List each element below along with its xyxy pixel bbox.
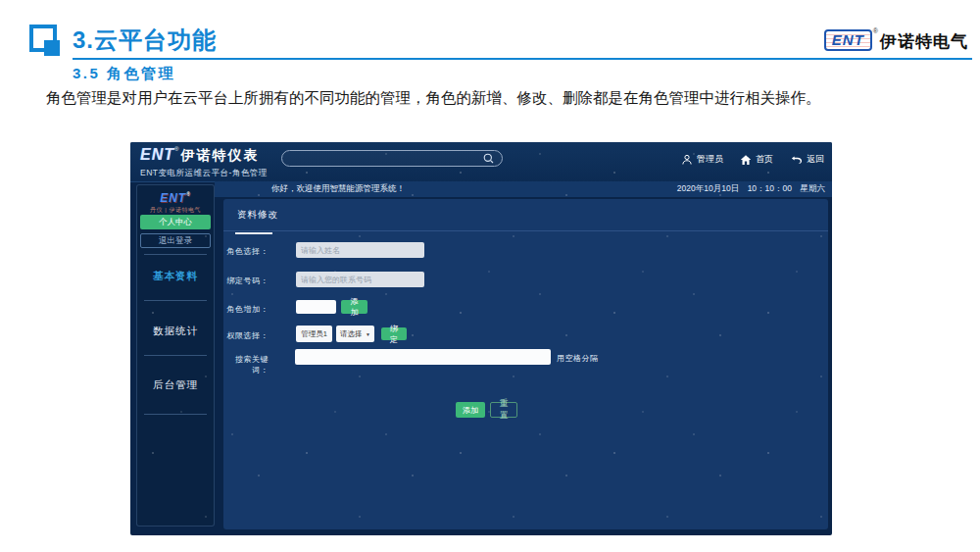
sidebar-brand-text: 丹仪 | 伊诺特电气 xyxy=(137,206,214,215)
registered-mark: ® xyxy=(174,146,178,152)
sidebar-divider xyxy=(144,254,207,255)
sidebar-item-basic-info[interactable]: 基本资料 xyxy=(137,270,214,285)
sidebar-item-data-statistics[interactable]: 数据统计 xyxy=(137,325,214,340)
bind-number-label: 绑定号码： xyxy=(223,276,269,286)
sidebar-divider xyxy=(144,355,207,356)
home-icon xyxy=(740,154,752,166)
logout-button[interactable]: 退出登录 xyxy=(140,233,211,248)
app-topbar: ENT®伊诺特仪表 ENT变电所运维云平台-角色管理 xyxy=(130,142,832,182)
manual-page: 3.云平台功能 ENT ® 伊诺特电气 3.5 角色管理 角色管理是对用户在云平… xyxy=(0,0,980,552)
role-select-input[interactable] xyxy=(296,242,424,258)
keywords-hint: 用空格分隔 xyxy=(557,353,599,364)
tab-active-indicator xyxy=(235,232,272,234)
permission-label: 权限选择： xyxy=(223,330,269,341)
chapter-icon-filled-square xyxy=(44,40,60,56)
tab-profile-edit[interactable]: 资料修改 xyxy=(237,209,278,222)
ent-logo: ENT xyxy=(824,29,872,51)
permission-value-box: 管理员1 xyxy=(296,326,332,342)
search-input[interactable] xyxy=(290,153,483,165)
registered-mark: ® xyxy=(186,191,191,197)
bind-number-input[interactable] xyxy=(296,272,424,287)
profile-center-button[interactable]: 个人中心 xyxy=(140,215,211,229)
admin-label: 管理员 xyxy=(697,153,723,166)
tab-underline xyxy=(223,230,828,231)
back-icon xyxy=(790,154,803,166)
ent-logo: ENT xyxy=(140,146,174,163)
section-title: 3.5 角色管理 xyxy=(73,65,175,83)
sidebar-item-backend-management[interactable]: 后台管理 xyxy=(137,378,214,394)
registered-mark: ® xyxy=(873,27,878,34)
sidebar-divider xyxy=(144,414,207,415)
product-name: 伊诺特仪表 xyxy=(180,147,259,163)
back-label: 返回 xyxy=(807,153,824,166)
app-subtitle: ENT变电所运维云平台-角色管理 xyxy=(140,168,268,179)
role-add-label: 角色增加： xyxy=(223,304,269,315)
role-select-label: 角色选择： xyxy=(223,246,269,257)
permission-select-value: 请选择 xyxy=(340,329,363,339)
search-icon[interactable] xyxy=(483,153,494,164)
permission-select[interactable]: 请选择 ▼ xyxy=(336,326,374,342)
app-screenshot: ENT®伊诺特仪表 ENT变电所运维云平台-角色管理 xyxy=(130,142,832,535)
company-name: 伊诺特电气 xyxy=(880,30,968,53)
reset-button[interactable]: 重置 xyxy=(490,402,517,418)
sidebar-divider xyxy=(144,300,207,301)
back-button[interactable]: 返回 xyxy=(790,153,824,166)
topbar-actions: 管理员 首页 返回 xyxy=(681,153,824,166)
welcome-message: 你好，欢迎使用智慧能源管理系统！ xyxy=(271,183,405,195)
chapter-title: 3.云平台功能 xyxy=(73,25,217,56)
company-logo: ENT ® 伊诺特电气 xyxy=(824,29,968,53)
datetime: 2020年10月10日 10：10：00 星期六 xyxy=(677,183,825,195)
app-logo: ENT®伊诺特仪表 xyxy=(140,146,259,165)
section-paragraph: 角色管理是对用户在云平台上所拥有的不同功能的管理，角色的新增、修改、删除都是在角… xyxy=(16,88,943,108)
home-button[interactable]: 首页 xyxy=(740,153,773,166)
keywords-label: 搜索关键词： xyxy=(223,354,269,376)
permission-bind-button[interactable]: 绑定 xyxy=(381,327,407,340)
keywords-input[interactable] xyxy=(295,349,551,365)
admin-button[interactable]: 管理员 xyxy=(681,153,723,166)
header-divider xyxy=(73,58,972,60)
role-add-input[interactable] xyxy=(296,300,336,314)
submit-add-button[interactable]: 添加 xyxy=(456,402,485,418)
role-add-button[interactable]: 添加 xyxy=(341,300,368,314)
main-panel: 资料修改 角色选择： 绑定号码： 角色增加： 添加 权限选择： 管理员1 请选择… xyxy=(223,199,828,529)
status-bar: 你好，欢迎使用智慧能源管理系统！ 2020年10月10日 10：10：00 星期… xyxy=(215,181,832,197)
chevron-down-icon: ▼ xyxy=(366,331,370,337)
user-icon xyxy=(681,154,693,166)
sidebar-logo: ENT® xyxy=(137,191,214,205)
search-box[interactable] xyxy=(281,150,503,167)
home-label: 首页 xyxy=(756,153,773,166)
chapter-icon xyxy=(29,25,63,58)
sidebar: ENT® 丹仪 | 伊诺特电气 个人中心 退出登录 基本资料 数据统计 后台管理 xyxy=(136,184,215,527)
